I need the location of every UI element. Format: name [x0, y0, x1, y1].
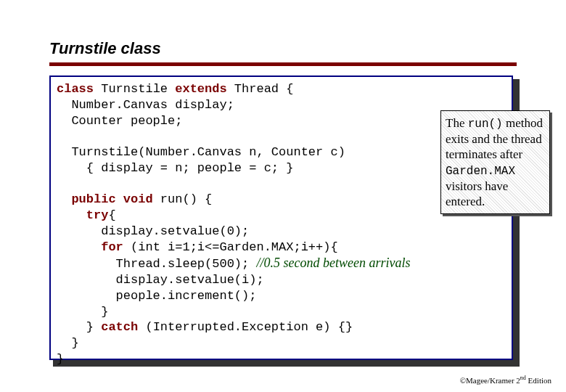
keyword-catch: catch — [101, 320, 138, 334]
keyword-public-void: public void — [71, 192, 152, 206]
callout-code: Garden.MAX — [446, 165, 515, 178]
callout-box: The run() method exits and the thread te… — [440, 110, 550, 214]
code-text: Turnstile — [94, 82, 175, 96]
footer-text: Edition — [526, 376, 551, 385]
code-text — [57, 192, 71, 206]
code-comment: //0.5 second between arrivals — [256, 256, 410, 270]
code-line: } — [57, 336, 79, 350]
code-text: { — [108, 208, 115, 222]
code-line: Number.Canvas display; — [57, 98, 234, 112]
code-text: run() { — [153, 192, 213, 206]
keyword-try: try — [86, 208, 109, 222]
code-text: Thread.sleep(500); — [57, 257, 256, 271]
footer-credit: ©Magee/Kramer 2nd Edition — [460, 375, 551, 385]
code-line: Counter people; — [57, 114, 182, 128]
slide-title: Turnstile class — [49, 39, 161, 58]
code-text: (Interrupted.Exception e) {} — [138, 320, 353, 334]
code-line: } — [57, 305, 108, 319]
footer-text: ©Magee/Kramer — [460, 376, 517, 385]
keyword-class: class — [57, 82, 94, 96]
code-line: people.increment(); — [57, 289, 256, 303]
keyword-extends: extends — [175, 82, 226, 96]
keyword-for: for — [101, 240, 123, 254]
code-line: Turnstile(Number.Canvas n, Counter c) — [57, 145, 345, 159]
callout-code: run() — [468, 118, 503, 131]
code-line: { display = n; people = c; } — [57, 161, 293, 175]
code-line: } — [57, 352, 64, 366]
code-text: Thread { — [227, 82, 294, 96]
callout-text: visitors have entered. — [446, 179, 508, 208]
code-text: } — [57, 320, 101, 334]
slide: Turnstile class class Turnstile extends … — [0, 0, 566, 392]
callout-text: The — [446, 116, 468, 130]
title-underline — [49, 62, 517, 66]
code-text — [57, 240, 101, 254]
code-line: display.setvalue(i); — [57, 273, 264, 287]
code-line: display.setvalue(0); — [57, 224, 249, 238]
code-text: (int i=1;i<=Garden.MAX;i++){ — [123, 240, 338, 254]
footer-ordinal: nd — [520, 375, 526, 381]
code-text — [57, 208, 86, 222]
